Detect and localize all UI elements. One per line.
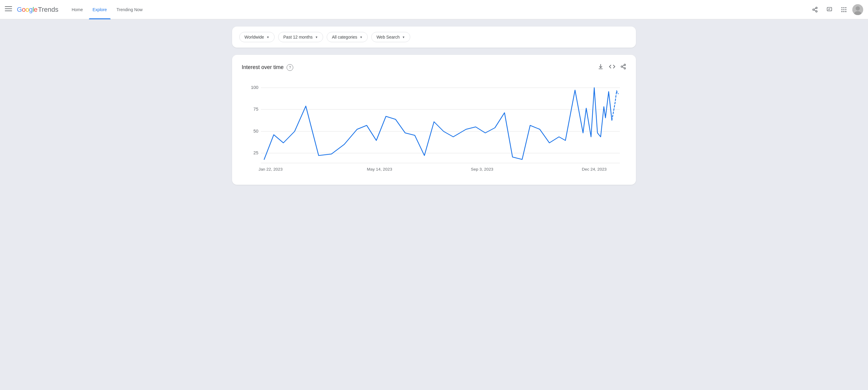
svg-point-5	[816, 10, 817, 12]
svg-point-25	[624, 67, 626, 69]
svg-text:Dec 24, 2023: Dec 24, 2023	[582, 167, 607, 172]
header: Google Trends Home Explore Trending Now	[0, 0, 868, 19]
svg-point-3	[816, 7, 817, 8]
filter-bar: Worldwide ▼ Past 12 months ▼ All categor…	[232, 27, 636, 48]
feedback-icon[interactable]	[824, 4, 835, 16]
embed-icon[interactable]	[609, 63, 615, 71]
svg-text:Jan 22, 2023: Jan 22, 2023	[258, 167, 283, 172]
chart-container: 100 75 50 25 Jan 22, 2023 May 14, 2023 S…	[242, 79, 626, 175]
svg-text:50: 50	[253, 129, 258, 133]
chart-header: Interest over time ?	[242, 63, 626, 71]
header-actions	[809, 4, 863, 16]
apps-icon[interactable]	[838, 4, 850, 16]
location-filter[interactable]: Worldwide ▼	[239, 32, 275, 42]
svg-point-24	[621, 66, 623, 67]
svg-point-4	[813, 9, 814, 10]
category-dropdown-arrow: ▼	[360, 36, 363, 39]
svg-rect-0	[5, 6, 12, 7]
avatar[interactable]	[852, 4, 863, 15]
svg-point-11	[841, 7, 843, 8]
svg-text:Sep 3, 2023: Sep 3, 2023	[471, 167, 493, 172]
svg-text:25: 25	[253, 150, 258, 155]
share-icon[interactable]	[809, 4, 821, 16]
svg-line-27	[622, 65, 624, 66]
chart-actions	[597, 63, 626, 71]
search-type-filter[interactable]: Web Search ▼	[371, 32, 410, 42]
nav-explore[interactable]: Explore	[89, 0, 110, 19]
line-chart-svg: 100 75 50 25 Jan 22, 2023 May 14, 2023 S…	[242, 79, 626, 175]
chart-line-dashed	[612, 91, 618, 120]
svg-rect-2	[5, 10, 12, 11]
chart-line-solid	[264, 88, 612, 159]
svg-point-12	[843, 7, 844, 8]
nav-home[interactable]: Home	[68, 0, 87, 19]
svg-point-13	[845, 7, 846, 8]
logo-trends: Trends	[38, 6, 59, 13]
search-type-dropdown-arrow: ▼	[402, 36, 405, 39]
svg-point-15	[843, 9, 844, 10]
svg-point-14	[841, 9, 843, 10]
svg-point-16	[845, 9, 846, 10]
category-filter[interactable]: All categories ▼	[327, 32, 368, 42]
main-nav: Home Explore Trending Now	[68, 0, 809, 19]
svg-point-23	[624, 64, 626, 66]
svg-text:75: 75	[253, 107, 258, 112]
svg-point-19	[845, 11, 846, 12]
help-icon[interactable]: ?	[287, 64, 293, 71]
svg-text:100: 100	[251, 85, 258, 90]
menu-icon[interactable]	[5, 5, 12, 14]
chart-share-icon[interactable]	[620, 64, 626, 71]
nav-trending[interactable]: Trending Now	[113, 0, 147, 19]
svg-point-21	[856, 6, 860, 10]
svg-point-18	[843, 11, 844, 12]
logo[interactable]: Google Trends	[17, 6, 59, 13]
svg-line-6	[814, 10, 816, 11]
svg-text:May 14, 2023: May 14, 2023	[367, 167, 392, 172]
location-dropdown-arrow: ▼	[267, 36, 270, 39]
chart-card: Interest over time ?	[232, 55, 636, 185]
chart-title-group: Interest over time ?	[242, 64, 293, 71]
svg-rect-1	[5, 8, 12, 9]
chart-title: Interest over time	[242, 64, 284, 70]
svg-point-17	[841, 11, 843, 12]
main-content: Worldwide ▼ Past 12 months ▼ All categor…	[208, 19, 660, 192]
time-dropdown-arrow: ▼	[315, 36, 318, 39]
svg-rect-8	[827, 7, 832, 11]
time-filter[interactable]: Past 12 months ▼	[278, 32, 323, 42]
download-icon[interactable]	[597, 63, 604, 71]
svg-line-7	[814, 8, 816, 9]
svg-line-26	[622, 67, 624, 68]
